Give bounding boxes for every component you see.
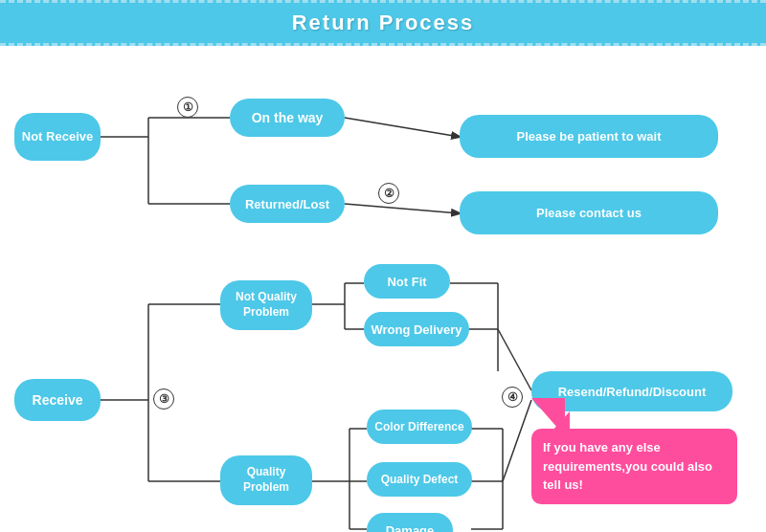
wrong-delivery-node: Wrong Delivery <box>364 312 469 346</box>
content-area: Not Receive On the way Returned/Lost Ple… <box>0 46 766 532</box>
quality-defect-node: Quality Defect <box>367 462 472 497</box>
svg-line-5 <box>345 204 460 213</box>
please-contact-node: Please contact us <box>460 191 718 234</box>
please-wait-node: Please be patient to wait <box>460 115 718 158</box>
receive-node: Receive <box>14 379 101 421</box>
svg-line-4 <box>345 118 460 137</box>
not-receive-node: Not Receive <box>14 113 101 161</box>
on-the-way-node: On the way <box>230 99 345 137</box>
not-fit-node: Not Fit <box>364 264 450 299</box>
page-header: Return Process <box>0 0 766 46</box>
not-quality-problem-node: Not Quality Problem <box>220 280 312 330</box>
circle-4: ④ <box>502 387 523 408</box>
circle-2: ② <box>378 183 399 204</box>
svg-line-26 <box>503 400 531 481</box>
returned-lost-node: Returned/Lost <box>230 185 345 223</box>
quality-problem-node: Quality Problem <box>220 455 312 505</box>
speech-bubble: If you have any else requirements,you co… <box>531 429 737 504</box>
circle-3: ③ <box>153 388 174 410</box>
color-difference-node: Color Difference <box>367 410 472 444</box>
svg-line-27 <box>498 329 531 390</box>
page-title: Return Process <box>292 11 475 34</box>
damage-node: Damage <box>367 513 453 532</box>
circle-1: ① <box>177 97 198 118</box>
